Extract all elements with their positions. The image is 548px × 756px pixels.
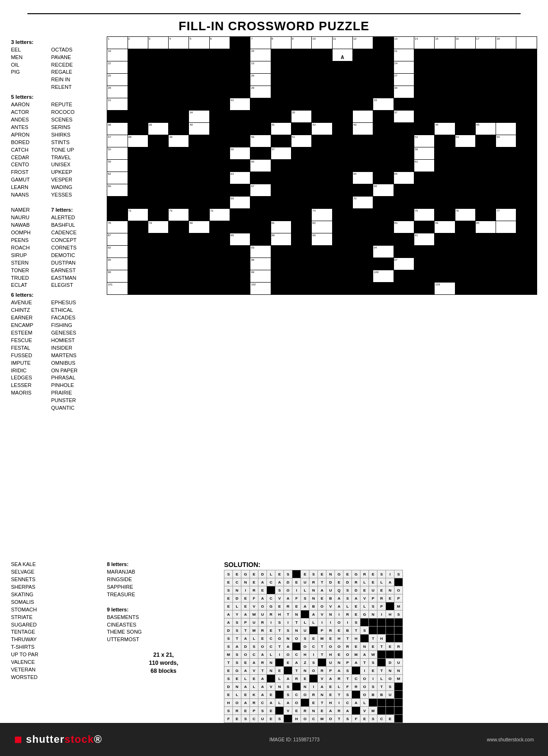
grid-cell-12-18[interactable]: [475, 184, 496, 197]
grid-cell-17-20[interactable]: [516, 246, 537, 258]
grid-cell-19-15[interactable]: [414, 270, 434, 283]
grid-cell-11-7[interactable]: [250, 172, 271, 184]
grid-cell-0-18[interactable]: 17: [475, 37, 496, 49]
grid-cell-8-11[interactable]: [332, 135, 352, 147]
grid-cell-9-0[interactable]: 55: [107, 147, 128, 160]
grid-cell-14-17[interactable]: 76: [455, 209, 475, 221]
grid-cell-7-4[interactable]: 40: [189, 123, 209, 135]
grid-cell-14-4[interactable]: [189, 209, 209, 221]
grid-cell-9-5[interactable]: [209, 147, 230, 160]
grid-cell-6-16[interactable]: [435, 111, 455, 123]
grid-cell-14-18[interactable]: [475, 209, 496, 221]
grid-cell-0-3[interactable]: 4: [169, 37, 189, 49]
grid-cell-9-3[interactable]: [169, 147, 189, 160]
grid-cell-14-19[interactable]: 77: [496, 209, 516, 221]
grid-cell-8-20[interactable]: [516, 135, 537, 147]
grid-cell-7-18[interactable]: 45: [475, 123, 496, 135]
grid-cell-16-7[interactable]: [250, 233, 271, 246]
grid-cell-0-17[interactable]: 16: [455, 37, 475, 49]
grid-cell-17-6[interactable]: [230, 246, 250, 258]
grid-cell-6-4[interactable]: 34: [189, 111, 209, 123]
grid-cell-14-7[interactable]: [250, 209, 271, 221]
grid-cell-18-8[interactable]: [271, 258, 291, 270]
grid-cell-20-1[interactable]: [128, 283, 148, 295]
grid-cell-19-13[interactable]: 100: [373, 270, 394, 283]
grid-cell-13-1[interactable]: [128, 197, 148, 209]
grid-cell-3-1[interactable]: [128, 74, 148, 86]
grid-cell-0-6[interactable]: [230, 37, 250, 49]
grid-cell-12-7[interactable]: 67: [250, 184, 271, 197]
grid-cell-2-17[interactable]: [455, 61, 475, 74]
grid-cell-8-17[interactable]: 53: [455, 135, 475, 147]
grid-cell-9-15[interactable]: 58: [414, 147, 434, 160]
grid-cell-17-17[interactable]: [455, 246, 475, 258]
grid-cell-19-8[interactable]: [271, 270, 291, 283]
grid-cell-16-1[interactable]: [128, 233, 148, 246]
grid-cell-0-12[interactable]: 12: [352, 37, 373, 49]
grid-cell-20-11[interactable]: [332, 283, 352, 295]
grid-cell-4-2[interactable]: [148, 86, 168, 98]
grid-cell-13-11[interactable]: [332, 197, 352, 209]
grid-cell-0-16[interactable]: 15: [435, 37, 455, 49]
grid-cell-6-2[interactable]: [148, 111, 168, 123]
grid-cell-17-0[interactable]: 92: [107, 246, 128, 258]
grid-cell-8-10[interactable]: [312, 135, 332, 147]
grid-cell-20-19[interactable]: [496, 283, 516, 295]
grid-cell-12-11[interactable]: [332, 184, 352, 197]
grid-cell-11-1[interactable]: [128, 172, 148, 184]
grid-cell-3-10[interactable]: [312, 74, 332, 86]
grid-cell-1-13[interactable]: [373, 49, 394, 61]
grid-cell-11-3[interactable]: [169, 172, 189, 184]
grid-cell-8-3[interactable]: 49: [169, 135, 189, 147]
grid-cell-16-11[interactable]: [332, 233, 352, 246]
grid-cell-8-5[interactable]: [209, 135, 230, 147]
grid-cell-13-8[interactable]: [271, 197, 291, 209]
grid-cell-15-13[interactable]: [373, 221, 394, 233]
grid-cell-2-2[interactable]: [148, 61, 168, 74]
grid-cell-4-12[interactable]: [352, 86, 373, 98]
grid-cell-8-2[interactable]: [148, 135, 168, 147]
grid-cell-11-0[interactable]: 62: [107, 172, 128, 184]
grid-cell-11-13[interactable]: [373, 172, 394, 184]
grid-cell-10-5[interactable]: [209, 160, 230, 172]
grid-cell-10-0[interactable]: 59: [107, 160, 128, 172]
grid-cell-12-0[interactable]: 66: [107, 184, 128, 197]
grid-cell-12-12[interactable]: [352, 184, 373, 197]
grid-cell-6-12[interactable]: [352, 111, 373, 123]
grid-cell-20-13[interactable]: [373, 283, 394, 295]
grid-cell-15-0[interactable]: 78: [107, 221, 128, 233]
grid-cell-3-6[interactable]: [230, 74, 250, 86]
grid-cell-15-7[interactable]: [250, 221, 271, 233]
grid-cell-6-17[interactable]: [455, 111, 475, 123]
grid-cell-9-11[interactable]: [332, 147, 352, 160]
grid-cell-4-0[interactable]: 28: [107, 86, 128, 98]
grid-cell-9-7[interactable]: [250, 147, 271, 160]
grid-cell-2-8[interactable]: [271, 61, 291, 74]
grid-cell-7-17[interactable]: [455, 123, 475, 135]
grid-cell-1-10[interactable]: [312, 49, 332, 61]
grid-cell-18-10[interactable]: [312, 258, 332, 270]
grid-cell-13-14[interactable]: [394, 197, 414, 209]
grid-cell-5-1[interactable]: [128, 98, 148, 111]
grid-cell-3-18[interactable]: [475, 74, 496, 86]
grid-cell-1-7[interactable]: 20: [250, 49, 271, 61]
grid-cell-15-6[interactable]: [230, 221, 250, 233]
grid-cell-5-5[interactable]: [209, 98, 230, 111]
grid-cell-4-3[interactable]: [169, 86, 189, 98]
grid-cell-14-9[interactable]: [291, 209, 312, 221]
grid-cell-16-0[interactable]: 87: [107, 233, 128, 246]
grid-cell-5-4[interactable]: [189, 98, 209, 111]
grid-cell-2-20[interactable]: [516, 61, 537, 74]
grid-cell-6-18[interactable]: [475, 111, 496, 123]
grid-cell-19-12[interactable]: [352, 270, 373, 283]
grid-cell-11-20[interactable]: [516, 172, 537, 184]
grid-cell-6-8[interactable]: [271, 111, 291, 123]
grid-cell-20-4[interactable]: [189, 283, 209, 295]
grid-cell-10-19[interactable]: [496, 160, 516, 172]
grid-cell-2-18[interactable]: [475, 61, 496, 74]
grid-cell-3-17[interactable]: [455, 74, 475, 86]
grid-cell-10-16[interactable]: [435, 160, 455, 172]
grid-cell-14-13[interactable]: [373, 209, 394, 221]
grid-cell-17-5[interactable]: [209, 246, 230, 258]
grid-cell-19-18[interactable]: [475, 270, 496, 283]
